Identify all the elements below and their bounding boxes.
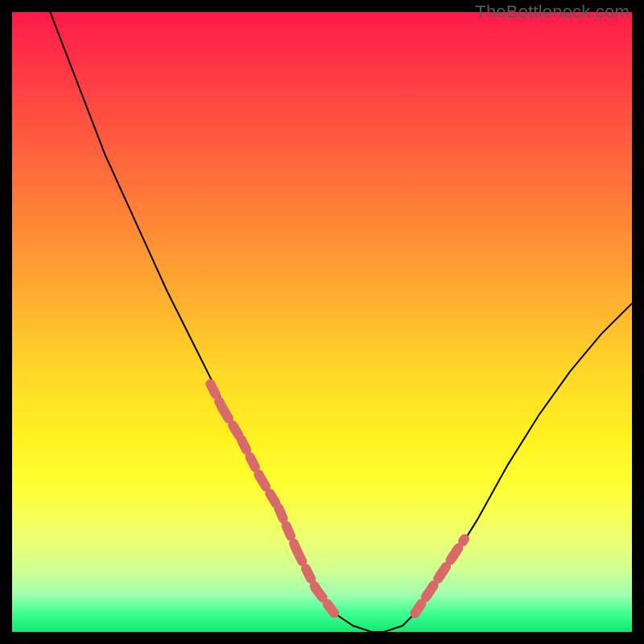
bottleneck-curve: [43, 0, 633, 632]
highlight-dashes-left-segment: [242, 440, 260, 477]
highlight-dashes-left-segment: [316, 588, 334, 613]
chart-svg: [12, 12, 632, 632]
highlight-dashes-left-segment: [223, 409, 242, 440]
watermark-text: TheBottleneck.com: [475, 2, 630, 23]
highlight-dashes-left-segment: [297, 551, 316, 588]
highlight-dashes-left-segment: [279, 508, 297, 551]
highlight-dashes-right-segment: [452, 539, 464, 558]
chart-frame: TheBottleneck.com: [0, 0, 644, 644]
highlight-dashes-left-segment: [260, 477, 279, 509]
plot-area: [12, 12, 632, 632]
